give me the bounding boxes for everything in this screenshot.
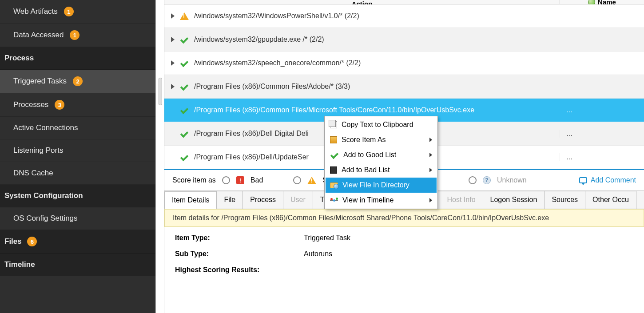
context-menu-item[interactable]: View in Timeline: [326, 193, 437, 208]
radio-bad[interactable]: [222, 176, 230, 184]
context-menu-item[interactable]: Add to Good List: [326, 147, 437, 162]
row-path: /windows/system32/gpupdate.exe /* (2/2): [194, 36, 324, 44]
context-menu-label: Add to Bad List: [342, 166, 390, 174]
score-icon: [330, 136, 337, 143]
context-menu-item[interactable]: Add to Bad List: [326, 162, 437, 178]
context-menu-label: Score Item As: [342, 136, 386, 144]
check-icon: [180, 131, 189, 137]
row-path: /Program Files (x86)/Common Files/Adobe/…: [194, 83, 350, 91]
check-icon: [180, 107, 189, 113]
timeline-icon: [330, 197, 338, 203]
detail-value: Autoruns: [304, 250, 332, 258]
row-path: /windows/system32/speech_onecore/common/…: [194, 59, 361, 67]
row-path: /Program Files (x86)/Dell Digital Deli: [194, 130, 309, 138]
tab: Host Info: [440, 191, 483, 209]
count-badge: 1: [70, 30, 80, 40]
row-path: /Program Files (x86)/Common Files/Micros…: [194, 106, 474, 114]
context-menu[interactable]: Copy Text to Clipboard Score Item As Add…: [324, 116, 438, 209]
sidebar-item-label: Web Artifacts: [13, 7, 58, 16]
sidebar-item-label: Data Accessed: [13, 31, 64, 40]
bad-icon: !: [236, 176, 244, 184]
chevron-right-icon: [429, 138, 432, 142]
folder-icon: [330, 182, 338, 188]
chevron-right-icon: [429, 198, 432, 202]
count-badge: 3: [55, 100, 64, 110]
sidebar-item[interactable]: Web Artifacts1: [0, 0, 155, 24]
bad-icon: [330, 166, 337, 174]
tab[interactable]: Other Occu: [585, 191, 636, 209]
context-menu-item[interactable]: View File In Directory: [326, 178, 437, 193]
expand-icon[interactable]: [171, 60, 175, 66]
detail-key: Sub Type:: [175, 250, 304, 258]
row-path: /Program Files (x86)/Dell/UpdateSer: [194, 153, 309, 161]
unknown-icon: ?: [483, 176, 491, 184]
score-bad-label: Bad: [250, 176, 263, 184]
sidebar-item[interactable]: Listening Ports: [0, 139, 155, 162]
radio-suspicious[interactable]: [293, 176, 301, 184]
row-name: ...: [560, 106, 644, 114]
splitter[interactable]: [155, 0, 164, 313]
context-menu-label: View File In Directory: [342, 181, 409, 189]
sidebar-item[interactable]: DNS Cache: [0, 162, 155, 185]
tab[interactable]: Process: [242, 191, 283, 209]
table-row[interactable]: /windows/system32/gpupdate.exe /* (2/2): [164, 28, 644, 52]
sidebar-item[interactable]: Data Accessed1: [0, 24, 155, 47]
context-menu-item[interactable]: Score Item As: [326, 132, 437, 147]
sidebar-item[interactable]: Triggered Tasks2: [0, 70, 155, 93]
row-name: ...: [560, 130, 644, 138]
score-label: Score item as: [172, 176, 216, 184]
expand-icon[interactable]: [171, 13, 175, 19]
detail-key: Item Type:: [175, 234, 304, 242]
comment-icon: [579, 177, 587, 183]
score-unknown-label: Unknown: [497, 176, 527, 184]
warn-icon: [180, 12, 189, 20]
context-menu-label: View in Timeline: [342, 196, 394, 204]
sidebar-item[interactable]: Processes3: [0, 93, 155, 117]
sidebar-item[interactable]: Active Connections: [0, 117, 155, 139]
sidebar-item-label: DNS Cache: [13, 169, 53, 178]
tab[interactable]: Sources: [544, 191, 585, 209]
tab[interactable]: Item Details: [164, 191, 217, 209]
sidebar-item[interactable]: OS Config Settings: [0, 207, 155, 230]
column-action[interactable]: Action: [164, 0, 560, 4]
sidebar-header-process: Process: [0, 47, 155, 70]
column-name[interactable]: Name: [560, 0, 644, 4]
count-badge: 1: [64, 7, 74, 16]
count-badge: 2: [73, 76, 83, 86]
copy-icon: [330, 121, 337, 128]
item-details: Item Type:Triggered TaskSub Type:Autorun…: [164, 227, 644, 289]
context-menu-item[interactable]: Copy Text to Clipboard: [326, 117, 437, 132]
tab[interactable]: File: [216, 191, 243, 209]
chevron-right-icon: [429, 168, 432, 172]
expand-icon[interactable]: [171, 37, 175, 42]
check-icon: [180, 83, 189, 90]
detail-banner: Item details for /Program Files (x86)/Co…: [164, 209, 644, 227]
detail-key: Highest Scoring Results:: [175, 266, 304, 274]
check-icon: [180, 36, 189, 43]
check-icon: [180, 60, 189, 66]
sidebar-item-label: Listening Ports: [13, 146, 63, 155]
sidebar-header-sysconfig: System Configuration: [0, 185, 155, 207]
tab[interactable]: Logon Session: [483, 191, 545, 209]
column-header: Action Name: [164, 0, 644, 4]
sidebar-item-label: OS Config Settings: [13, 214, 78, 223]
sidebar-header-files-label: Files: [4, 237, 22, 246]
expand-icon[interactable]: [171, 84, 175, 89]
files-badge: 6: [27, 237, 37, 246]
tab: User: [283, 191, 313, 209]
row-path: /windows/system32/WindowsPowerShell/v1.0…: [194, 12, 359, 20]
context-menu-label: Add to Good List: [343, 151, 396, 159]
sidebar: Web Artifacts1Data Accessed1 Process Tri…: [0, 0, 155, 313]
sidebar-item-label: Triggered Tasks: [13, 77, 67, 86]
radio-unknown[interactable]: [469, 176, 477, 184]
check-icon: [330, 152, 339, 158]
table-row[interactable]: /Program Files (x86)/Common Files/Adobe/…: [164, 75, 644, 99]
table-row[interactable]: /windows/system32/speech_onecore/common/…: [164, 52, 644, 75]
table-row[interactable]: /windows/system32/WindowsPowerShell/v1.0…: [164, 4, 644, 28]
sidebar-header-files[interactable]: Files 6: [0, 230, 155, 254]
add-comment-link[interactable]: Add Comment: [579, 176, 636, 184]
sidebar-item-label: Processes: [13, 100, 48, 109]
sidebar-item-label: Active Connections: [13, 123, 78, 132]
sidebar-header-timeline[interactable]: Timeline: [0, 254, 155, 276]
check-icon: [180, 154, 189, 160]
